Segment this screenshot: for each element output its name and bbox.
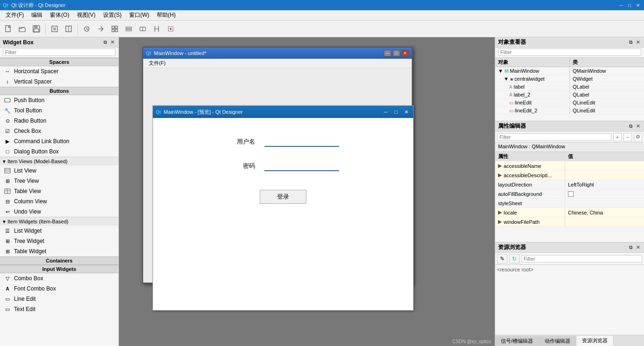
toolbar-btn-12[interactable] xyxy=(164,22,177,35)
save-button[interactable] xyxy=(30,22,43,35)
login-button[interactable]: 登录 xyxy=(260,190,306,204)
toolbar-btn-6[interactable] xyxy=(80,22,93,35)
oi-close[interactable]: ✕ xyxy=(635,39,641,46)
inner-minimize-btn[interactable]: ─ xyxy=(381,108,390,116)
pe-float[interactable]: ⧉ xyxy=(627,123,634,130)
close-button[interactable]: ✕ xyxy=(635,2,641,8)
widget-radio-button[interactable]: ⊙ Radio Button xyxy=(0,116,118,126)
toolbar-btn-8[interactable] xyxy=(108,22,121,35)
toolbar-btn-4[interactable] xyxy=(48,22,61,35)
watermark: CSDN @xy_optics xyxy=(452,339,491,344)
oi-row-mainwindow[interactable]: ▼ M MainWindow QMainWindow xyxy=(495,67,644,75)
pe-add-btn[interactable]: + xyxy=(613,133,622,141)
widget-box: Widget Box ⧉ ✕ Spacers ↔ Horizontal Spac… xyxy=(0,37,119,346)
new-button[interactable] xyxy=(2,22,15,35)
pe-configure-btn[interactable]: ⚙ xyxy=(634,133,642,141)
oi-row-label[interactable]: A label QLabel xyxy=(495,83,644,91)
section-item-widgets[interactable]: ▼ Item Widgets (Item-Based) xyxy=(0,217,118,226)
toolbar-btn-5[interactable] xyxy=(62,22,75,35)
toolbar-btn-10[interactable] xyxy=(136,22,149,35)
pe-row-stylesheet[interactable]: styleSheet xyxy=(495,199,644,208)
widget-label: Line Edit xyxy=(14,296,36,302)
widget-text-edit[interactable]: ▭ Text Edit xyxy=(0,304,118,314)
pe-row-autofill[interactable]: autoFillBackground xyxy=(495,189,644,199)
widget-tree-widget[interactable]: ⊞ Tree Widget xyxy=(0,236,118,246)
toolbar-btn-9[interactable] xyxy=(122,22,135,35)
pe-row-windowfilepath[interactable]: ▶windowFilePath xyxy=(495,217,644,227)
pe-row-accessible-name[interactable]: ▶accessibleName xyxy=(495,161,644,171)
widget-list-view[interactable]: List View xyxy=(0,166,118,176)
widget-filter-input[interactable] xyxy=(3,48,116,56)
canvas[interactable]: Qt MainWindow - untitled* ─ □ ✕ 文件(F) Qt xyxy=(119,37,495,346)
inner-close-btn[interactable]: ✕ xyxy=(402,108,410,116)
rb-float[interactable]: ⧉ xyxy=(627,244,634,251)
toolbar-btn-11[interactable] xyxy=(150,22,163,35)
tab-signal-slot[interactable]: 信号/槽编辑器 xyxy=(495,336,539,346)
widget-check-box[interactable]: ☑ Check Box xyxy=(0,126,118,136)
oi-float[interactable]: ⧉ xyxy=(627,39,634,46)
widget-vertical-spacer[interactable]: ↕ Vertical Spacer xyxy=(0,76,118,87)
widget-dialog-button-box[interactable]: □ Dialog Button Box xyxy=(0,146,118,157)
menu-file[interactable]: 文件(F) xyxy=(2,10,28,20)
svg-rect-16 xyxy=(126,29,132,31)
widget-undo-view[interactable]: ↩ Undo View xyxy=(0,207,118,217)
pe-filter-input[interactable] xyxy=(497,133,611,141)
menu-help[interactable]: 帮助(H) xyxy=(153,10,180,20)
oi-row-lineedit2[interactable]: ▭ lineEdit_2 QLineEdit xyxy=(495,107,644,115)
oi-row-label2[interactable]: A label_2 QLabel xyxy=(495,91,644,99)
pe-row-locale[interactable]: ▶locale Chinese, China xyxy=(495,208,644,217)
autofill-checkbox[interactable] xyxy=(568,191,574,197)
rb-refresh-btn[interactable]: ↻ xyxy=(509,254,519,263)
widget-box-header: Widget Box ⧉ ✕ xyxy=(0,37,118,48)
preview-minimize-btn[interactable]: ─ xyxy=(384,50,391,56)
widget-box-close[interactable]: ✕ xyxy=(109,39,116,46)
widget-push-button[interactable]: Push Button xyxy=(0,95,118,105)
inner-window-title: MainWindow - [预览] - Qt Designer xyxy=(164,109,242,116)
rb-edit-btn[interactable]: ✎ xyxy=(497,254,507,263)
menu-view[interactable]: 视图(V) xyxy=(73,10,99,20)
password-input[interactable] xyxy=(264,161,339,171)
oi-filter-input[interactable] xyxy=(498,48,641,56)
rb-close[interactable]: ✕ xyxy=(635,244,641,251)
tab-action-editor[interactable]: 动作编辑器 xyxy=(539,336,576,346)
menu-settings[interactable]: 设置(S) xyxy=(99,10,125,20)
inner-preview-window[interactable]: Qt MainWindow - [预览] - Qt Designer ─ □ ✕… xyxy=(152,105,414,311)
rb-filter-input[interactable] xyxy=(521,255,642,263)
pe-remove-btn[interactable]: − xyxy=(623,133,632,141)
widget-box-float[interactable]: ⧉ xyxy=(102,39,108,46)
widget-list-widget[interactable]: ☰ List Widget xyxy=(0,226,118,236)
minimize-button[interactable]: ─ xyxy=(618,2,624,8)
preview-close-btn[interactable]: ✕ xyxy=(402,50,409,56)
oi-row-lineedit[interactable]: ▭ lineEdit QLineEdit xyxy=(495,99,644,107)
widget-tree-view[interactable]: ⊞ Tree View xyxy=(0,176,118,186)
menu-form[interactable]: 窗体(O) xyxy=(46,10,73,20)
pe-row-layout-direction[interactable]: layoutDirection LeftToRight xyxy=(495,180,644,189)
menu-edit[interactable]: 编辑 xyxy=(28,10,46,20)
toolbar-btn-7[interactable] xyxy=(94,22,107,35)
widget-label: List Widget xyxy=(14,228,42,234)
menu-window[interactable]: 窗口(W) xyxy=(125,10,153,20)
widget-combo-box[interactable]: ▽ Combo Box xyxy=(0,273,118,284)
widget-font-combo-box[interactable]: A Font Combo Box xyxy=(0,284,118,294)
widget-table-view[interactable]: Table View xyxy=(0,186,118,196)
section-item-views[interactable]: ▼ Item Views (Model-Based) xyxy=(0,157,118,166)
widget-column-view[interactable]: ⊟ Column View xyxy=(0,196,118,207)
widget-table-widget[interactable]: ⊞ Table Widget xyxy=(0,246,118,256)
widget-line-edit[interactable]: ▭ Line Edit xyxy=(0,294,118,304)
preview-menu-file[interactable]: 文件(F) xyxy=(145,59,169,68)
check-box-icon: ☑ xyxy=(4,127,11,135)
oi-row-centralwidget[interactable]: ▼ ■ centralwidget QWidget xyxy=(495,75,644,83)
tab-resource-browser[interactable]: 资源浏览器 xyxy=(576,336,614,346)
username-input[interactable] xyxy=(264,137,339,147)
pe-row-accessible-desc[interactable]: ▶accessibleDescripti... xyxy=(495,171,644,180)
preview-window[interactable]: Qt MainWindow - untitled* ─ □ ✕ 文件(F) Qt xyxy=(142,47,413,284)
preview-maximize-btn[interactable]: □ xyxy=(393,50,400,56)
section-arrow: ▼ xyxy=(2,159,7,164)
pe-close[interactable]: ✕ xyxy=(635,123,641,130)
maximize-button[interactable]: □ xyxy=(626,2,633,8)
widget-command-link-button[interactable]: ▶ Command Link Button xyxy=(0,136,118,146)
widget-tool-button[interactable]: 🔧 Tool Button xyxy=(0,105,118,116)
inner-maximize-btn[interactable]: □ xyxy=(392,108,400,116)
widget-horizontal-spacer[interactable]: ↔ Horizontal Spacer xyxy=(0,66,118,76)
open-button[interactable] xyxy=(16,22,29,35)
